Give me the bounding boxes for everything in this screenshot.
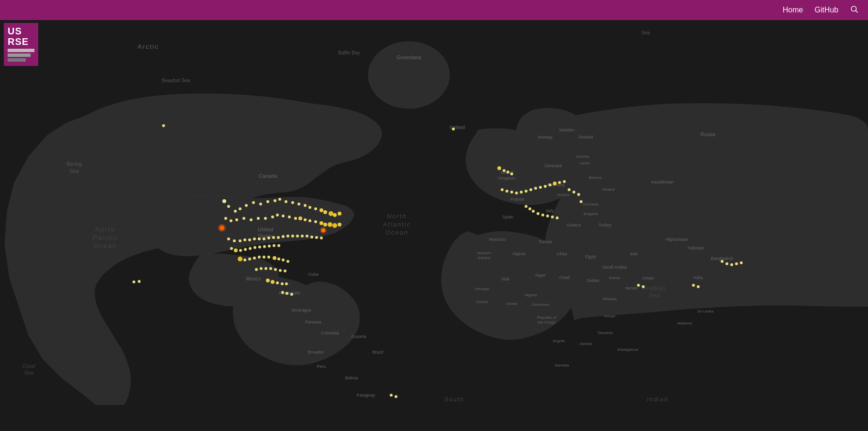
dot-se-asia — [735, 262, 738, 265]
dot-india — [697, 285, 700, 288]
dot-europe — [541, 214, 544, 216]
usrse-logo[interactable]: US RSE — [4, 23, 52, 71]
label-iraq: Iraq — [630, 251, 637, 256]
dot-se-asia — [725, 262, 728, 265]
label-greece: Greece — [567, 223, 581, 227]
label-egypt: Egypt — [585, 254, 596, 259]
label-arabian1: Arabian — [642, 285, 666, 291]
dot-us — [258, 237, 261, 240]
dot-europe — [544, 185, 547, 188]
dot-us — [263, 237, 265, 240]
dot-us — [320, 237, 323, 239]
label-afghan: Afghanistan — [665, 237, 688, 242]
dot-europe — [577, 193, 580, 196]
nav-home-link[interactable]: Home — [783, 6, 803, 14]
dot-europe — [534, 187, 537, 190]
label-romania: Romania — [583, 202, 599, 206]
dot-us — [281, 282, 284, 285]
dot-mexico — [290, 293, 293, 296]
dot-us — [273, 244, 275, 247]
dot-hotspot-core — [321, 228, 325, 232]
label-arabian2: Sea — [648, 292, 660, 299]
dot-us — [279, 269, 282, 272]
dot-us — [286, 260, 289, 263]
label-beaufort: Beaufort Sea — [162, 78, 190, 83]
dot-europe — [572, 191, 575, 194]
dot-us — [278, 198, 281, 201]
label-iceland: Iceland — [450, 125, 465, 130]
label-libya: Libya — [557, 251, 567, 256]
dot-us — [285, 200, 287, 203]
dot-us — [248, 258, 251, 260]
dot-us — [258, 256, 261, 259]
label-kenya: Kenya — [604, 314, 615, 318]
svg-line-1 — [856, 11, 857, 12]
dot-us — [244, 248, 247, 251]
dot-se-asia — [730, 263, 733, 266]
dot-us — [282, 215, 285, 217]
label-indian: Indian — [647, 396, 669, 403]
label-npac3: Ocean — [94, 242, 117, 249]
logo-bar — [8, 49, 34, 52]
dot-us — [282, 235, 285, 238]
label-natl3: Ocean — [385, 229, 408, 236]
label-namibia: Namibia — [555, 363, 569, 367]
dot-us — [271, 216, 274, 218]
label-congo1: Republic of — [537, 315, 557, 320]
dot-uk — [510, 172, 513, 175]
label-turkey: Turkey — [598, 223, 612, 227]
label-south: South — [444, 396, 464, 403]
logo-bar — [8, 54, 31, 57]
dot-us — [238, 257, 242, 261]
dot-europe — [537, 212, 539, 215]
dot-us — [227, 205, 230, 208]
label-guinea: Guinea — [476, 300, 488, 304]
dot-europe — [553, 182, 557, 185]
dot-europe — [563, 180, 566, 183]
dot-us — [249, 247, 252, 250]
dot-us — [222, 199, 226, 203]
label-norway: Norway — [538, 135, 553, 140]
dot-europe — [568, 188, 571, 191]
label-baffin: Baffin Bay — [338, 50, 360, 55]
dot-us — [314, 220, 317, 223]
dot-us — [310, 236, 313, 238]
dot-us — [314, 207, 317, 210]
dot-europe — [510, 191, 513, 194]
label-algeria: Algeria — [512, 251, 526, 256]
label-natl2: Atlantic — [383, 221, 411, 228]
world-map-container[interactable]: Arctic Bering Sea Greenland Iceland Cana… — [0, 20, 868, 431]
dot-us — [308, 219, 311, 222]
dot-us — [315, 236, 318, 239]
dot-uk — [506, 171, 509, 173]
dot-sa — [395, 395, 397, 398]
svg-point-3 — [368, 42, 450, 108]
dot-us — [323, 223, 327, 226]
label-mali: Mali — [502, 277, 510, 281]
dot-us — [253, 257, 256, 259]
label-india: India — [693, 275, 703, 280]
dot-europe — [525, 190, 527, 193]
dot-us — [276, 281, 279, 284]
label-ghana: Ghana — [506, 302, 518, 306]
dot-us — [239, 239, 242, 242]
logo-bar — [8, 58, 26, 62]
dot-us — [230, 247, 233, 250]
dot-mexico — [286, 292, 288, 295]
dot-iceland — [452, 128, 455, 130]
label-estonia: Estonia — [576, 154, 589, 159]
label-senegal: Senegal — [475, 287, 489, 291]
dot-us — [319, 221, 323, 225]
logo-line2: RSE — [8, 36, 29, 47]
dot-europe — [501, 188, 504, 191]
dot-us — [301, 235, 304, 237]
label-russia: Russia — [701, 132, 715, 137]
dot-us — [230, 219, 232, 222]
dot-us — [227, 237, 230, 240]
label-angola: Angola — [553, 339, 565, 343]
nav-github-link[interactable]: GitHub — [814, 6, 838, 14]
search-icon[interactable] — [850, 5, 858, 15]
dot-us — [294, 217, 297, 220]
dot-europe — [539, 186, 542, 189]
label-brazil: Brazil — [373, 350, 384, 355]
